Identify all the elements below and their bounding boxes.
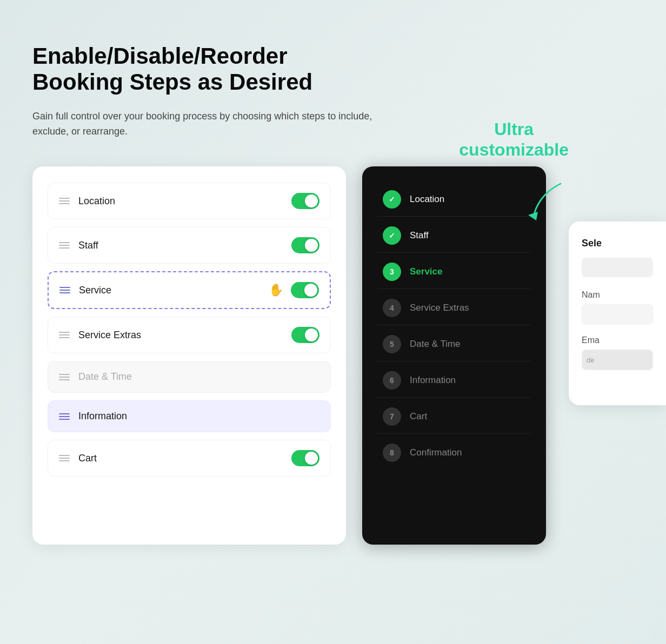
toggle-staff[interactable] — [291, 237, 319, 253]
phone-step-confirmation: 8 Confirmation — [377, 436, 531, 469]
phone-step-location: ✓ Location — [377, 183, 531, 217]
phone-step-label-location: Location — [410, 194, 444, 205]
drag-handle-service[interactable] — [59, 287, 70, 293]
left-card: Location Staff — [32, 166, 346, 545]
phone-step-date-time: 5 Date & Time — [377, 327, 531, 361]
step-row-service[interactable]: Service ✋ — [48, 271, 331, 309]
drag-handle-service-extras[interactable] — [59, 332, 70, 338]
arrow-icon — [517, 178, 582, 227]
phone-step-circle-staff: ✓ — [383, 226, 401, 245]
phone-step-circle-location: ✓ — [383, 190, 401, 209]
third-card-form: Sele Nam Ema de — [569, 222, 666, 405]
form-email-input[interactable]: de — [582, 350, 653, 370]
drag-handle-staff[interactable] — [59, 242, 70, 249]
phone-step-circle-confirmation: 8 — [383, 444, 401, 462]
phone-step-label-information: Information — [410, 375, 456, 386]
step-label-date-time: Date & Time — [78, 371, 132, 383]
step-row-date-time[interactable]: Date & Time — [48, 361, 331, 393]
phone-step-label-cart: Cart — [410, 411, 427, 422]
phone-step-label-staff: Staff — [410, 230, 429, 241]
drag-handle-cart[interactable] — [59, 455, 70, 461]
step-label-service: Service — [79, 285, 111, 296]
page-title: Enable/Disable/Reorder Booking Steps as … — [32, 43, 443, 96]
step-row-cart[interactable]: Cart — [48, 440, 331, 477]
phone-step-circle-service: 3 — [383, 263, 401, 281]
ultra-customizable-label: Ultra customizable — [459, 119, 569, 160]
phone-step-cart: 7 Cart — [377, 400, 531, 434]
step-label-cart: Cart — [78, 453, 97, 464]
drag-handle-location[interactable] — [59, 198, 70, 204]
step-label-location: Location — [78, 196, 115, 207]
phone-step-service-extras: 4 Service Extras — [377, 291, 531, 325]
step-row-location[interactable]: Location — [48, 183, 331, 219]
form-email-label: Ema — [582, 336, 653, 345]
step-label-service-extras: Service Extras — [78, 330, 141, 341]
form-select-label: Sele — [582, 238, 653, 249]
toggle-cart[interactable] — [291, 450, 319, 466]
svg-marker-0 — [528, 212, 538, 220]
toggle-service-extras[interactable] — [291, 327, 319, 343]
phone-step-service: 3 Service — [377, 255, 531, 289]
phone-step-circle-cart: 7 — [383, 407, 401, 426]
step-label-staff: Staff — [78, 240, 98, 251]
phone-step-label-service-extras: Service Extras — [410, 303, 469, 313]
phone-step-circle-date-time: 5 — [383, 335, 401, 353]
drag-cursor-icon: ✋ — [269, 283, 283, 297]
phone-step-circle-service-extras: 4 — [383, 299, 401, 317]
form-name-label: Nam — [582, 290, 653, 300]
form-name-input[interactable] — [582, 304, 653, 325]
step-label-information: Information — [78, 411, 127, 422]
step-row-staff[interactable]: Staff — [48, 227, 331, 264]
phone-step-information: 6 Information — [377, 364, 531, 398]
header-section: Enable/Disable/Reorder Booking Steps as … — [32, 43, 443, 139]
phone-step-staff: ✓ Staff — [377, 219, 531, 253]
step-row-service-extras[interactable]: Service Extras — [48, 317, 331, 353]
toggle-service[interactable] — [291, 282, 319, 298]
phone-step-circle-information: 6 — [383, 371, 401, 390]
page-subtitle: Gain full control over your booking proc… — [32, 109, 400, 140]
phone-step-label-service: Service — [410, 266, 443, 277]
phone-step-label-date-time: Date & Time — [410, 339, 461, 350]
phone-step-label-confirmation: Confirmation — [410, 447, 462, 458]
drag-handle-date-time[interactable] — [59, 374, 70, 380]
toggle-location[interactable] — [291, 193, 319, 209]
step-row-information[interactable]: Information — [48, 400, 331, 432]
page-container: Enable/Disable/Reorder Booking Steps as … — [0, 0, 666, 644]
drag-handle-information[interactable] — [59, 413, 70, 420]
